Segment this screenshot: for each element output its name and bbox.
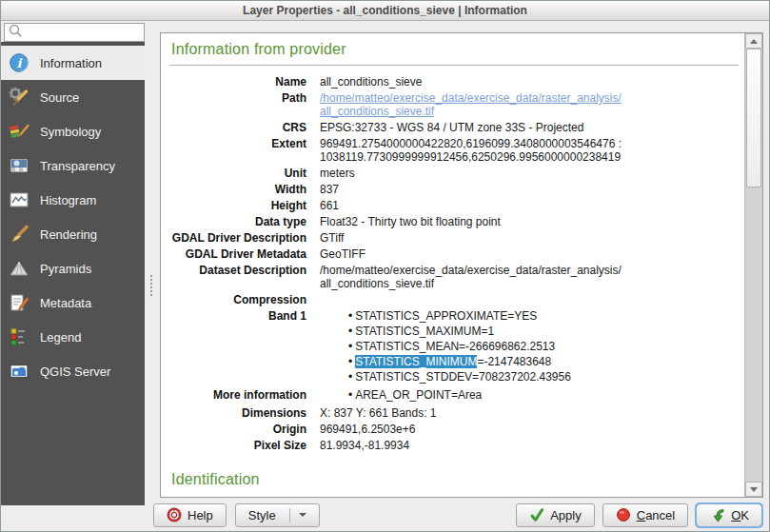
nav-item-label: Metadata	[40, 296, 91, 310]
title-bar: Layer Properties - all_conditions_sieve …	[1, 1, 769, 21]
band1-statistics-list: STATISTICS_APPROXIMATE=YES STATISTICS_MA…	[320, 309, 742, 384]
table-row: Origin969491,6.2503e+6	[168, 423, 742, 436]
information-icon: i	[8, 51, 30, 74]
row-label: Compression	[168, 293, 320, 306]
row-value: 81.9934,-81.9934	[320, 439, 742, 452]
search-input[interactable]	[23, 25, 144, 40]
scrollbar-thumb[interactable]	[746, 49, 761, 187]
table-row: Height661	[168, 199, 742, 212]
rendering-icon	[8, 223, 30, 246]
nav-item-label: Information	[40, 56, 102, 70]
qgis-server-icon	[8, 360, 30, 383]
table-row: GDAL Driver MetadataGeoTIFF	[168, 247, 742, 261]
row-value: all_conditions_sieve	[320, 75, 742, 89]
nav-item-label: Pyramids	[40, 262, 91, 276]
row-value: meters	[320, 167, 742, 180]
row-label: Name	[168, 75, 320, 89]
nav-item-rendering[interactable]: Rendering	[1, 217, 145, 251]
row-value: 969491,6.2503e+6	[320, 423, 742, 436]
nav-item-information[interactable]: i Information	[1, 46, 145, 80]
button-separator	[289, 508, 290, 522]
nav-item-histogram[interactable]: Histogram	[1, 183, 145, 217]
information-content: Information from provider Nameall_condit…	[161, 33, 744, 497]
selected-text: STATISTICS_MINIMUM	[355, 355, 477, 368]
arrow-up-icon	[750, 39, 758, 44]
row-value: STATISTICS_APPROXIMATE=YES STATISTICS_MA…	[320, 309, 742, 385]
nav-item-label: Rendering	[40, 227, 97, 242]
table-row: Band 1 STATISTICS_APPROXIMATE=YES STATIS…	[168, 309, 742, 385]
symbology-icon	[8, 120, 30, 143]
row-value: /home/matteo/exercise_data/exercise_data…	[320, 264, 742, 290]
row-label: Extent	[168, 137, 320, 164]
row-value: 661	[320, 199, 742, 212]
scroll-up-button[interactable]	[745, 33, 762, 49]
nav-item-pyramids[interactable]: Pyramids	[1, 251, 145, 286]
nav-item-label: Legend	[40, 330, 81, 345]
row-value: X: 837 Y: 661 Bands: 1	[320, 406, 742, 420]
style-dropdown-button[interactable]: Style	[235, 503, 320, 527]
table-row: CRSEPSG:32733 - WGS 84 / UTM zone 33S - …	[168, 121, 742, 134]
help-icon	[167, 507, 182, 522]
more-information-list: AREA_OR_POINT=Area	[320, 388, 742, 402]
metadata-icon	[8, 291, 30, 314]
information-panel: Information from provider Nameall_condit…	[160, 32, 763, 498]
cancel-button[interactable]: Cancel	[602, 503, 688, 527]
apply-button-label: Apply	[550, 508, 582, 522]
sidebar-splitter-handle[interactable]	[150, 275, 152, 296]
path-link[interactable]: /home/matteo/exercise_data/exercise_data…	[320, 91, 742, 118]
histogram-icon	[8, 188, 30, 211]
row-label: Path	[168, 91, 320, 118]
nav-item-metadata[interactable]: Metadata	[1, 286, 145, 320]
section-divider	[169, 65, 739, 66]
nav-item-transparency[interactable]: Transparency	[1, 148, 145, 183]
section-title-identification: Identification	[171, 471, 742, 488]
ok-button-label: OK	[731, 508, 749, 522]
nav-item-qgis-server[interactable]: QGIS Server	[1, 354, 145, 388]
table-row: Unitmeters	[168, 167, 742, 180]
row-value: /home/matteo/exercise_data/exercise_data…	[320, 91, 742, 118]
list-item: AREA_OR_POINT=Area	[348, 388, 742, 402]
help-button[interactable]: Help	[153, 503, 227, 527]
row-value: Float32 - Thirty two bit floating point	[320, 215, 742, 228]
arrow-down-icon	[750, 487, 758, 492]
chevron-down-icon	[299, 513, 306, 517]
table-row: Dataset Description/home/matteo/exercise…	[168, 264, 742, 290]
row-label: Width	[168, 183, 320, 196]
vertical-scrollbar[interactable]	[744, 33, 762, 497]
row-value: GTiff	[320, 231, 742, 245]
row-label: Unit	[168, 167, 320, 180]
row-value: GeoTIFF	[320, 247, 742, 261]
legend-icon	[8, 325, 30, 348]
table-row: Nameall_conditions_sieve	[168, 75, 742, 89]
scroll-down-button[interactable]	[745, 482, 762, 497]
row-label: GDAL Driver Description	[168, 231, 320, 245]
table-row: Data typeFloat32 - Thirty two bit floati…	[168, 215, 742, 228]
dialog-button-box: Help Style Apply Cancel	[1, 502, 769, 531]
layer-properties-dialog: Layer Properties - all_conditions_sieve …	[0, 0, 770, 532]
apply-button[interactable]: Apply	[516, 503, 595, 527]
row-label: Band 1	[168, 309, 320, 385]
row-label: Dataset Description	[168, 264, 320, 290]
row-label: Pixel Size	[168, 439, 320, 452]
ok-button[interactable]: OK	[696, 503, 762, 527]
table-row: Width837	[168, 183, 742, 196]
nav-item-legend[interactable]: Legend	[1, 320, 145, 354]
row-label: Origin	[168, 423, 320, 436]
list-item: STATISTICS_MAXIMUM=1	[348, 325, 742, 338]
list-item: STATISTICS_APPROXIMATE=YES	[348, 309, 742, 323]
nav-item-symbology[interactable]: Symbology	[1, 114, 145, 148]
row-label: Dimensions	[168, 406, 320, 420]
cancel-button-label: Cancel	[637, 508, 675, 522]
source-icon	[8, 86, 30, 108]
nav-item-label: Symbology	[40, 125, 101, 139]
nav-item-source[interactable]: Source	[1, 80, 145, 114]
table-row: GDAL Driver DescriptionGTiff	[168, 231, 742, 245]
provider-info-table: Nameall_conditions_sieve Path/home/matte…	[168, 75, 742, 452]
list-item: STATISTICS_MINIMUM=-2147483648	[348, 355, 742, 368]
cancel-icon	[616, 507, 631, 522]
row-label: More information	[168, 388, 320, 404]
row-value	[320, 293, 742, 306]
row-label: Data type	[168, 215, 320, 228]
section-title-provider: Information from provider	[171, 41, 742, 58]
row-value: 969491.2754000000422820,6196099.34080000…	[320, 137, 742, 164]
